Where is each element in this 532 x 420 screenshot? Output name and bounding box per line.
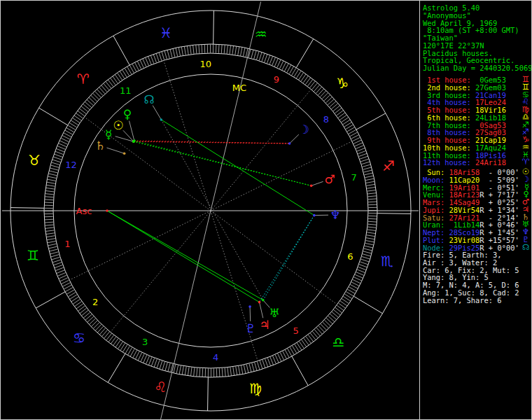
degree-tick <box>168 363 170 372</box>
sign-glyph-scorpio: ♏ <box>381 253 393 270</box>
degree-tick <box>48 176 57 178</box>
planet-pointer-mars <box>312 181 323 186</box>
degree-tick <box>150 55 153 63</box>
house-cusp-list: 1st house: 0Gem53♊ 2nd house: 27Gem03♊ 3… <box>423 76 531 167</box>
aspect-line-mercury-moon <box>134 141 290 144</box>
degree-tick <box>196 45 197 53</box>
degree-tick <box>357 270 365 272</box>
degree-tick <box>361 259 369 262</box>
degree-tick <box>185 367 186 375</box>
planet-glyph-venus: ♀ <box>123 107 132 121</box>
degree-tick <box>191 368 192 376</box>
degree-tick <box>367 232 375 234</box>
aspect-line-venus-moon <box>134 141 290 144</box>
planet-dot-moon <box>288 142 291 145</box>
degree-tick <box>153 55 156 62</box>
degree-tick <box>368 190 376 191</box>
planet-dot-mars <box>310 185 313 188</box>
degree-tick <box>246 48 248 57</box>
degree-tick <box>363 167 372 169</box>
degree-tick <box>241 365 242 374</box>
sign-glyph-icon: ♈ <box>522 158 529 166</box>
element-totals-block: Fire: 5, Earth: 3,Air : 3, Water: 2Car: … <box>423 251 531 304</box>
sign-boundary <box>10 208 44 209</box>
planet-pointer-moon <box>290 134 299 144</box>
degree-tick <box>235 46 237 55</box>
degree-tick <box>243 48 244 57</box>
aspect-line-neptune-uranus <box>263 216 314 300</box>
planet-dot-uranus <box>262 299 265 302</box>
degree-tick <box>273 356 276 363</box>
degree-tick <box>254 51 256 59</box>
planet-pointer-node <box>153 106 161 120</box>
degree-tick <box>232 46 234 55</box>
totals-line: Learn: 7, Share: 6 <box>423 297 531 304</box>
degree-tick <box>251 50 253 58</box>
degree-tick <box>46 227 54 228</box>
degree-tick <box>353 279 360 283</box>
degree-tick <box>58 273 66 276</box>
degree-tick <box>187 46 188 55</box>
planet-pointer-pluto <box>250 307 251 321</box>
degree-tick <box>219 368 220 377</box>
aspect-line-neptune-jupiter <box>260 216 314 302</box>
planet-dot-pluto <box>248 305 251 308</box>
degree-tick <box>45 222 53 223</box>
degree-tick <box>367 187 375 188</box>
house-number-12: 12 <box>65 160 77 170</box>
degree-tick <box>48 174 57 176</box>
degree-tick <box>52 160 60 162</box>
planet-glyph-icon: ☊ <box>522 244 529 251</box>
house-number-6: 6 <box>347 251 353 262</box>
degree-tick <box>285 350 289 358</box>
degree-tick <box>46 191 54 192</box>
planet-glyph-uranus: ♅ <box>269 306 279 320</box>
degree-tick <box>49 246 57 248</box>
sign-glyph-aries: ♈ <box>77 71 90 88</box>
degree-tick <box>173 49 175 57</box>
degree-tick <box>57 148 64 151</box>
degree-tick <box>356 272 364 276</box>
degree-tick <box>256 52 258 59</box>
planet-glyph-jupiter: ♃ <box>259 318 270 332</box>
degree-tick <box>53 157 61 160</box>
degree-tick <box>365 246 373 248</box>
sign-boundary <box>39 108 68 125</box>
aspect-line-asc-uranus <box>107 211 263 300</box>
degree-tick <box>368 202 377 202</box>
sign-boundary <box>356 113 386 130</box>
degree-tick <box>230 46 230 54</box>
planet-glyph-node: ☊ <box>144 92 154 106</box>
degree-tick <box>140 60 144 68</box>
degree-tick <box>45 219 53 220</box>
planet-dot-node <box>160 118 163 121</box>
degree-tick <box>360 262 368 265</box>
degree-tick <box>202 368 203 377</box>
sign-glyph-gemini: ♊ <box>27 247 39 264</box>
house-number-11: 11 <box>120 85 132 96</box>
degree-tick <box>190 46 191 54</box>
degree-tick <box>46 188 55 189</box>
degree-tick <box>60 141 68 144</box>
house-number-5: 5 <box>293 326 299 336</box>
sign-boundary <box>214 10 214 44</box>
degree-tick <box>178 48 180 56</box>
degree-tick <box>365 178 374 180</box>
degree-tick <box>359 265 367 267</box>
degree-tick <box>278 354 281 361</box>
degree-tick <box>200 368 200 377</box>
degree-tick <box>227 46 227 54</box>
degree-tick <box>55 151 63 154</box>
degree-tick <box>182 366 183 374</box>
degree-tick <box>363 164 371 167</box>
sign-boundary <box>296 39 314 68</box>
degree-tick <box>272 57 276 65</box>
planet-dot-jupiter <box>258 301 261 304</box>
degree-tick <box>179 365 181 374</box>
degree-tick <box>61 138 69 141</box>
degree-tick <box>267 55 270 63</box>
degree-tick <box>132 64 136 72</box>
degree-tick <box>368 221 377 222</box>
degree-tick <box>46 185 55 186</box>
planet-glyph-neptune: ♆ <box>330 208 340 222</box>
